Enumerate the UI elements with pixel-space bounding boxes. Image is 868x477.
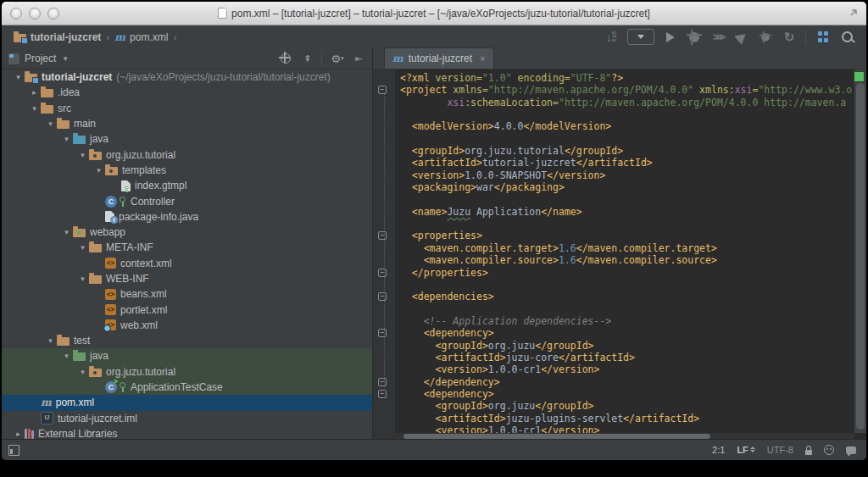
tree-row-external-libraries[interactable]: ▸External Libraries [2,426,372,440]
tree-row-portlet-xml[interactable]: <>portlet.xml [2,302,372,317]
fold-open-marker[interactable]: − [378,390,387,398]
key-icon [120,382,126,392]
chevron-down-icon[interactable]: ▼ [62,55,69,63]
tree-row-java[interactable]: ▾java [2,131,372,147]
tree-row-context-xml[interactable]: <>context.xml [2,256,372,271]
debug-icon[interactable] [687,30,702,45]
expand-arrow[interactable]: ▾ [76,151,89,159]
tree-row-main[interactable]: ▾main [2,116,372,131]
updates-icon[interactable]: ↓ 011001 [604,30,619,45]
code-line: − <properties> [373,230,854,241]
run-icon[interactable] [663,30,678,45]
tree-row--idea[interactable]: ▸.idea [2,85,372,100]
vertical-scrollbar[interactable] [854,69,866,433]
expand-arrow[interactable]: ▾ [44,119,57,128]
vertical-scrollbar-thumb[interactable] [856,83,865,430]
code-line: − <dependency> [373,388,854,400]
expand-arrow[interactable]: ▾ [60,352,73,360]
tab-label: tutorial-juzcret [409,53,472,64]
expand-arrow[interactable]: ▾ [76,275,89,283]
expand-arrow[interactable]: ▸ [28,88,41,97]
fold-close-marker[interactable]: − [378,378,387,386]
search-icon[interactable] [839,30,854,45]
settings-gear-icon[interactable]: ⚙▾ [331,52,344,65]
tree-item-label: WEB-INF [106,273,149,285]
project-folder-icon [25,74,37,82]
tree-row-beans-xml[interactable]: <>beans.xml [2,286,372,302]
tree-row-java[interactable]: ▾java [2,348,372,363]
tree-row-package-info-java[interactable]: ipackage-info.java [2,209,372,225]
tree-row-tutorial-juzcret[interactable]: ▾tutorial-juzcret (~/java/eXoProjects/ju… [2,69,372,85]
key-icon [120,197,126,207]
attach-debugger-icon[interactable] [758,30,773,45]
folder-icon [41,105,53,114]
xml-file-icon: <> [105,258,116,269]
lock-icon[interactable] [805,450,812,455]
gtmpl-file-icon: G [121,180,131,191]
hector-icon[interactable] [824,445,834,455]
expand-arrow[interactable]: ▾ [76,368,89,376]
expand-arrow[interactable]: ▾ [76,243,89,252]
tree-row-org-juzu-tutorial[interactable]: ▾org.juzu.tutorial [2,147,372,162]
tree-row-pom-xml[interactable]: mpom.xml [2,395,372,410]
profile-icon[interactable] [734,30,749,45]
line-ending-selector[interactable]: LF [737,445,754,455]
fold-open-marker[interactable]: − [378,86,387,94]
tree-item-label: webapp [90,226,125,238]
tree-row-test[interactable]: ▾test [2,333,372,348]
toolwindow-toggle-icon[interactable] [8,445,19,456]
inspection-status-indicator[interactable] [854,71,865,82]
tree-item-label: .idea [58,86,80,98]
code-line [373,218,854,230]
expand-arrow[interactable]: ▾ [60,228,73,236]
fold-open-marker[interactable]: − [378,231,387,240]
tree-row-controller[interactable]: CController [2,193,372,208]
test-class-icon: C [105,381,117,393]
expand-arrow[interactable]: ▾ [44,336,57,345]
fold-close-marker[interactable]: − [378,269,387,277]
breadcrumb: tutorial-juzcret › m pom.xml › [14,31,178,43]
project-panel-title[interactable]: Project [25,53,56,64]
tree-row-web-inf[interactable]: ▾WEB-INF [2,271,372,286]
tree-row-templates[interactable]: ▾templates [2,163,372,178]
tree-row-index-gtmpl[interactable]: Gindex.gtmpl [2,178,372,193]
expand-arrow[interactable]: ▾ [92,166,105,175]
encoding-selector[interactable]: UTF-8 [767,445,793,455]
expand-arrow[interactable]: ▾ [60,135,73,143]
tree-row-tutorial-juzcret-iml[interactable]: IJtutorial-juzcret.iml [2,411,372,426]
code-line: <version>1.0.0-cr1</version> [373,363,854,375]
fold-open-marker[interactable]: − [378,329,387,337]
tree-item-label: portlet.xml [120,304,167,316]
coverage-icon[interactable]: >>> [710,30,726,45]
tree-row-webapp[interactable]: ▾webapp [2,225,372,240]
breadcrumb-item-file[interactable]: m pom.xml [114,31,168,43]
expand-arrow[interactable]: ▾ [28,104,41,113]
locate-icon[interactable] [279,52,292,65]
fold-open-marker[interactable]: − [378,292,387,301]
resize-arrow-icon[interactable] [848,7,860,19]
collapse-all-icon[interactable]: ⇞ [300,52,314,65]
tree-row-web-xml[interactable]: <>web.xml [2,318,372,333]
editor-pane[interactable]: <?xml version="1.0" encoding="UTF-8"?>−<… [373,69,866,440]
run-config-dropdown[interactable] [627,29,654,45]
tree-item-label: package-info.java [119,211,198,223]
project-view-icon [8,53,19,64]
tab-tutorial-juzcret[interactable]: m tutorial-juzcret × [384,47,494,69]
caret-position[interactable]: 2:1 [712,445,725,455]
tree-item-label: org.juzu.tutorial [106,149,175,161]
breadcrumb-item-project[interactable]: tutorial-juzcret [14,31,101,43]
hide-panel-icon[interactable]: ⇤ [352,52,365,65]
tree-row-meta-inf[interactable]: ▾META-INF [2,240,372,255]
event-log-bubble-icon[interactable] [846,446,856,454]
project-tree: ▾tutorial-juzcret (~/java/eXoProjects/ju… [2,69,373,440]
tree-row-org-juzu-tutorial[interactable]: ▾org.juzu.tutorial [2,364,372,380]
maven-projects-icon[interactable] [815,30,831,45]
close-icon[interactable]: × [480,53,485,64]
sync-icon[interactable]: ↻ [782,30,797,45]
module-file-icon: IJ [41,412,53,424]
window-title: pom.xml – [tutorial-juzcret] – tutorial-… [2,8,866,19]
tree-row-applicationtestcase[interactable]: CApplicationTestCase [2,380,372,395]
expand-arrow[interactable]: ▾ [12,73,25,81]
tree-row-src[interactable]: ▾src [2,101,372,116]
expand-arrow[interactable]: ▸ [12,430,25,438]
